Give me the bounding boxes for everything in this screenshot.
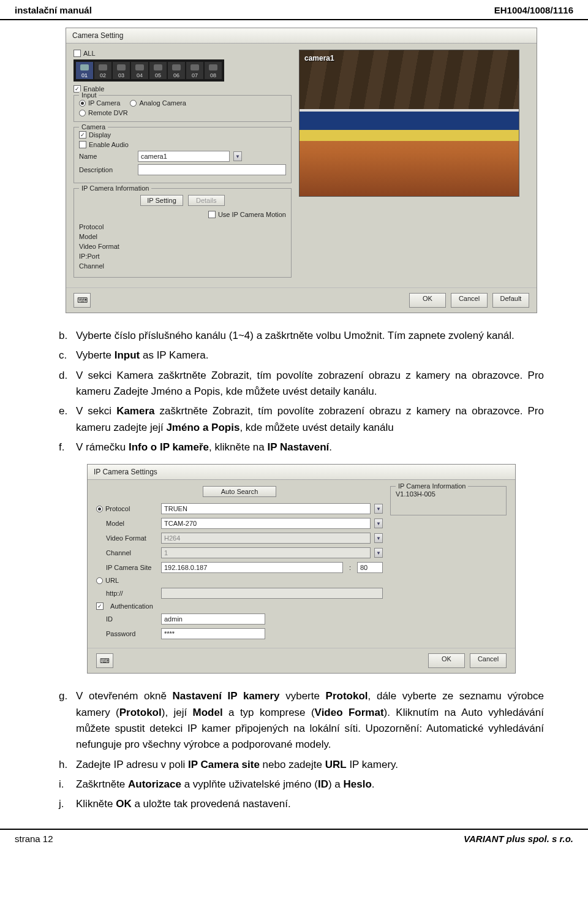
videoformat-label: Video Format (79, 243, 134, 250)
use-ipcamera-motion-label: Use IP Camera Motion (218, 211, 286, 218)
name-input[interactable]: camera1 (138, 151, 230, 162)
radio-remotedvr-label: Remote DVR (88, 109, 128, 116)
ipsetting-button[interactable]: IP Setting (140, 195, 183, 206)
use-ipcamera-motion-checkbox[interactable] (208, 211, 216, 218)
protocol-dropdown-icon[interactable]: ▼ (374, 504, 383, 514)
list-item: h. Zadejte IP adresu v poli IP Camera si… (59, 757, 544, 773)
instruction-list-1: b. Vyberte číslo příslušného kanálu (1~4… (59, 328, 544, 455)
dialog2-title: IP Camera Settings (88, 465, 515, 480)
list-item: e. V sekci Kamera zaškrtněte Zobrazit, t… (59, 403, 544, 436)
ipcamera-site-input[interactable]: 192.168.0.187 (161, 562, 343, 573)
details-button[interactable]: Details (188, 195, 225, 206)
cam-04[interactable]: 04 (131, 62, 148, 79)
password-label: Password (96, 630, 157, 637)
display-label: Display (89, 131, 111, 139)
autosearch-button[interactable]: Auto Search (203, 486, 276, 497)
cam-03[interactable]: 03 (113, 62, 130, 79)
cam-05[interactable]: 05 (149, 62, 167, 79)
id-label: ID (96, 615, 157, 623)
videoformat-label2: Video Format (96, 534, 157, 542)
ipcamera-site-label: IP Camera Site (96, 564, 157, 571)
ipcamera-info-box: IP Camera Information V1.103H-005 (390, 486, 507, 515)
display-checkbox[interactable]: ✓ (79, 131, 86, 139)
camera-setting-dialog: Camera Setting ALL 01 02 03 04 05 06 07 … (66, 28, 537, 313)
footer-company: VARIANT plus spol. s r.o. (464, 834, 573, 844)
camera-fieldset: Camera ✓ Display Enable Audio Name camer… (74, 127, 292, 183)
input-legend: Input (79, 91, 99, 99)
auth-checkbox[interactable]: ✓ (96, 602, 104, 610)
cam-07[interactable]: 07 (186, 62, 203, 79)
name-dropdown-icon[interactable]: ▼ (233, 151, 242, 161)
description-label: Description (79, 166, 134, 173)
enableaudio-checkbox[interactable] (79, 141, 86, 148)
description-input[interactable] (138, 164, 286, 175)
camera-preview: camera1 (299, 50, 519, 197)
camera-legend: Camera (79, 123, 108, 131)
camera-number-grid: 01 02 03 04 05 06 07 08 (74, 59, 224, 82)
protocol-label2: Protocol (105, 505, 130, 512)
list-item: f. V rámečku Info o IP kameře, klikněte … (59, 439, 544, 455)
model-dropdown-icon[interactable]: ▼ (374, 518, 383, 528)
all-label: ALL (83, 50, 96, 57)
ipport-label: IP:Port (79, 253, 134, 260)
id-input[interactable]: admin (161, 613, 265, 625)
radio-url[interactable] (96, 577, 103, 584)
channel-label: Channel (79, 262, 134, 270)
list-item: g. V otevřeném okně Nastavení IP kamery … (59, 688, 544, 753)
url-input[interactable] (161, 588, 383, 599)
keyboard-icon[interactable]: ⌨ (96, 653, 113, 668)
radio-analog-label: Analog Camera (139, 99, 186, 107)
header-right: EH1004/1008/1116 (494, 5, 573, 15)
instruction-list-2: g. V otevřeném okně Nastavení IP kamery … (59, 688, 544, 812)
list-item: i. Zaškrtněte Autorizace a vyplňte uživa… (59, 777, 544, 792)
radio-analog[interactable] (130, 100, 137, 107)
model-label: Model (79, 233, 134, 240)
ip-camera-settings-dialog: IP Camera Settings Auto Search Protocol … (87, 464, 516, 674)
cam-08[interactable]: 08 (205, 62, 222, 79)
ipcamera-info-legend2: IP Camera Information (396, 482, 468, 490)
radio-ipcamera[interactable] (79, 100, 86, 107)
cancel-button[interactable]: Cancel (451, 293, 488, 308)
list-item: b. Vyberte číslo příslušného kanálu (1~4… (59, 328, 544, 344)
enableaudio-label: Enable Audio (89, 141, 129, 148)
radio-protocol[interactable] (96, 506, 103, 512)
channel-label2: Channel (96, 549, 157, 556)
list-item: j. Klikněte OK a uložte tak provedená na… (59, 796, 544, 812)
ipcamera-info-legend: IP Camera Information (79, 184, 151, 192)
protocol-select[interactable]: TRUEN (161, 503, 371, 514)
cam-01[interactable]: 01 (76, 62, 93, 79)
ok-button2[interactable]: OK (428, 653, 465, 668)
cam-02[interactable]: 02 (94, 62, 111, 79)
name-label: Name (79, 153, 134, 160)
input-fieldset: Input IP Camera Analog Camera Re (74, 95, 292, 122)
model-select[interactable]: TCAM-270 (161, 518, 371, 529)
ok-button[interactable]: OK (409, 293, 446, 308)
password-input[interactable]: **** (161, 628, 265, 639)
model-label2: Model (96, 520, 157, 527)
http-prefix: http:// (96, 590, 157, 597)
auth-label: Authentication (110, 602, 153, 610)
radio-ipcamera-label: IP Camera (88, 99, 120, 107)
keyboard-icon[interactable]: ⌨ (74, 293, 91, 308)
preview-overlay-label: camera1 (304, 54, 334, 63)
ipcamera-version: V1.103H-005 (396, 490, 501, 498)
channel-dropdown-icon[interactable]: ▼ (374, 548, 383, 558)
list-item: d. V sekci Kamera zaškrtněte Zobrazit, t… (59, 368, 544, 400)
videoformat-dropdown-icon[interactable]: ▼ (374, 533, 383, 543)
cancel-button2[interactable]: Cancel (470, 653, 507, 668)
dialog-title: Camera Setting (66, 28, 537, 44)
port-input[interactable]: 80 (357, 562, 383, 573)
ipcamera-info-fieldset: IP Camera Information IP Setting Details… (74, 188, 292, 278)
radio-remotedvr[interactable] (79, 110, 86, 116)
list-item: c. Vyberte Input as IP Kamera. (59, 348, 544, 363)
protocol-label: Protocol (79, 223, 134, 230)
channel-select[interactable]: 1 (161, 547, 371, 558)
footer-page: strana 12 (15, 834, 53, 844)
url-label: URL (105, 577, 119, 584)
videoformat-select[interactable]: H264 (161, 533, 371, 544)
all-checkbox[interactable] (74, 50, 81, 57)
default-button[interactable]: Default (492, 293, 529, 308)
cam-06[interactable]: 06 (168, 62, 185, 79)
header-left: instalační manuál (15, 5, 92, 15)
